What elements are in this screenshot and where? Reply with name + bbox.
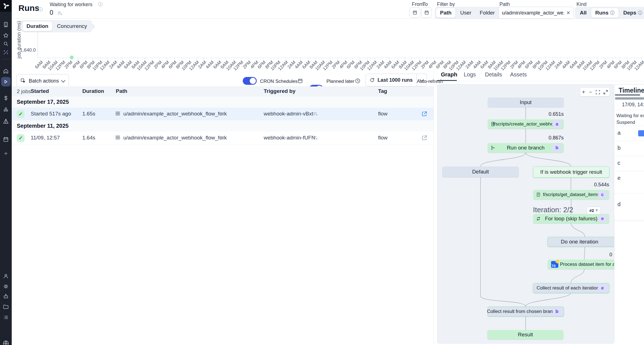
chart-data-point[interactable] [69,55,74,60]
success-check-icon: ✓ [17,110,25,118]
timeline-bar[interactable] [638,130,644,136]
flow-node-input[interactable]: Input [488,98,564,107]
triggered-filter-add-icon[interactable] [313,135,318,141]
windmill-logo[interactable] [0,0,12,12]
flow-node-do-one-iteration[interactable]: Do one iteration [547,237,614,247]
flow-node-default-branch[interactable]: Default [442,167,519,177]
flow-node-run-one-branch[interactable]: Run one branch b [488,143,564,153]
kind-label: Kind [576,1,587,7]
cell-duration: 1.64s [82,135,95,141]
flow-node-get-dataset-items[interactable]: f/scripts/get_dataset_items c [533,190,609,199]
resources-list-icon[interactable] [2,314,9,321]
path-filter-add-icon[interactable] [220,111,225,117]
filter-by-path[interactable]: Path [436,8,456,18]
x-axis-tick-label: 6PM [336,60,356,80]
x-axis-line [38,58,642,58]
flow-node-process-dataset-item[interactable]: TS Process dataset item for an action [548,260,614,269]
x-axis-tick-label: 8AM [566,60,586,80]
x-axis-tick-label: 6AM [113,60,133,80]
table-header-row: 2 jobs Started Duration Path Triggered b… [12,86,434,97]
kind-deps[interactable]: Depsⓘ [619,8,644,18]
tab-graph[interactable]: Graph [441,71,457,78]
flow-node-for-loop[interactable]: For loop (skip failures) e [533,214,609,223]
col-tag[interactable]: Tag [378,88,387,94]
waiting-info-icon[interactable]: ⓘ [98,2,103,8]
schedules-calendar-icon[interactable] [2,136,9,143]
cell-triggered-by[interactable]: webhook-admin-fUFN [264,135,315,141]
table-row[interactable]: ✓ 11/09, 12:57 1.64s u/admin/example_act… [12,132,434,145]
tab-duration[interactable]: Duration [22,21,52,31]
iteration-number: #2 [589,208,594,213]
user-icon[interactable] [2,272,9,280]
node-badge: b [552,144,561,151]
path-filter-add-icon[interactable] [220,135,225,141]
triggers-prism-icon[interactable] [2,118,9,125]
billing-dollar-icon[interactable] [2,95,9,102]
from-date-button[interactable] [410,7,420,18]
ai-wand-icon[interactable] [2,49,9,56]
kind-all[interactable]: All [576,8,590,18]
col-triggered-by[interactable]: Triggered by [264,88,295,94]
timeline-row-label: c [617,160,620,166]
triggered-filter-add-icon[interactable] [313,111,318,117]
loop-icon [536,216,541,221]
flow-node-result[interactable]: Result [487,330,563,339]
favorites-star-icon[interactable] [2,32,9,39]
cell-path[interactable]: u/admin/example_actor_webhook_flow_fork [123,111,227,117]
tab-assets[interactable]: Assets [510,71,527,78]
kind-deps-info-icon[interactable]: ⓘ [638,10,642,16]
zoom-out-icon[interactable]: − [589,89,592,95]
tab-concurrency[interactable]: Concurrency [53,21,91,31]
date-group-header: September 11, 2025 [12,120,434,132]
cell-triggered-by[interactable]: webhook-admin-vBxt [264,111,313,117]
kind-runs-info-icon[interactable]: ⓘ [610,10,615,16]
col-duration[interactable]: Duration [82,88,104,94]
settings-gear-icon[interactable] [2,283,9,290]
node-badge: e [598,215,607,222]
kind-runs[interactable]: Runsⓘ [591,8,619,18]
iteration-picker[interactable]: #2 [587,207,601,214]
to-label: To [422,1,428,7]
flow-node-collect-chosen-branch[interactable]: Collect result from chosen branch b [487,307,564,317]
fit-view-icon[interactable] [596,90,600,94]
workspace-building-icon[interactable] [2,21,9,28]
globe-icon[interactable] [2,340,9,345]
flow-node-if-webhook-trigger[interactable]: If is webhook trigger result [533,167,609,178]
to-date-button[interactable] [421,7,432,18]
home-icon[interactable] [2,67,9,75]
date-group-label: September 17, 2025 [17,99,69,105]
path-filter-input[interactable]: u/admin/example_actor_we... × [498,7,574,19]
table-row[interactable]: ✓ Started 517s ago 1.65s u/admin/example… [12,108,434,121]
runs-info-icon[interactable]: ⓘ [39,7,43,13]
open-run-external-icon[interactable] [421,111,427,118]
x-axis-tick-label: 2PM [588,60,608,80]
waiting-filter-icon[interactable] [57,11,63,17]
kind-runs-label: Runs [595,10,609,16]
zoom-in-icon[interactable]: + [582,89,585,95]
cell-path[interactable]: u/admin/example_actor_webhook_flow_fork [123,135,227,141]
node-label: If is webhook trigger result [540,169,602,175]
clear-path-icon[interactable]: × [566,10,570,16]
batch-actions-button[interactable]: Batch actions [16,74,69,88]
filter-by-folder[interactable]: Folder [476,8,499,18]
sidebar-item-runs[interactable] [1,77,11,86]
folders-icon[interactable] [2,303,9,310]
col-path[interactable]: Path [116,88,127,94]
flow-node-create-actor-webhook[interactable]: f/scripts/create_actor_webhook a [488,119,564,129]
iteration-label: Iteration: 2/2 [533,206,573,214]
robot-icon[interactable] [2,293,9,300]
col-started[interactable]: Started [31,88,49,94]
cron-schedules-toggle[interactable] [243,77,257,85]
open-run-external-icon[interactable] [421,135,427,142]
tab-logs[interactable]: Logs [464,71,476,78]
node-label: Collect result from chosen branch [487,309,558,314]
flow-node-collect-each-iteration[interactable]: Collect result of each iteration e [533,283,609,293]
workers-icon[interactable] [2,106,9,113]
timeline-scrollbar[interactable] [615,97,644,100]
last-runs-button[interactable]: Last 1000 runs [366,74,417,86]
expand-icon[interactable] [604,90,608,94]
filter-by-user[interactable]: User [456,8,475,18]
add-plus-icon[interactable]: + [2,150,9,157]
search-icon[interactable] [2,40,9,47]
tab-details[interactable]: Details [485,71,502,78]
